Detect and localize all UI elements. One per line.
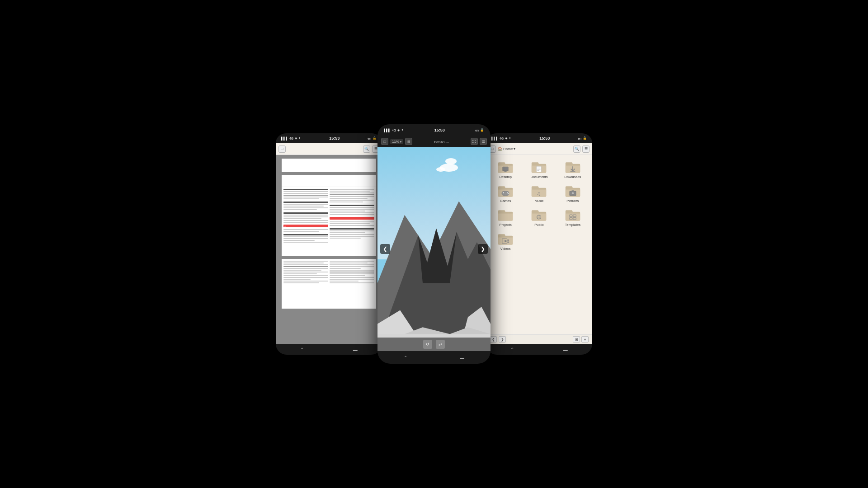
zoom-value: 11% <box>392 140 399 144</box>
folder-games[interactable]: Games <box>490 183 521 205</box>
center-bt-icon: ✦ <box>401 128 404 132</box>
folder-templates-label: Templates <box>565 223 580 227</box>
folder-public-label: Public <box>534 223 543 227</box>
folder-desktop-label: Desktop <box>499 175 512 179</box>
center-time: 15:53 <box>434 128 445 132</box>
folder-templates[interactable]: Templates <box>557 206 589 229</box>
lang-label-left: en <box>368 137 371 140</box>
fm-forward-btn[interactable]: ❯ <box>499 336 506 343</box>
folder-projects[interactable]: Projects <box>490 206 521 229</box>
folder-videos[interactable]: Videos <box>490 230 521 253</box>
svg-rect-24 <box>571 190 574 192</box>
left-search-btn[interactable]: 🔍 <box>363 145 370 153</box>
battery-icon-left: 🔒 <box>373 136 377 140</box>
center-back-btn[interactable]: ⌃ <box>404 355 407 360</box>
center-square-btn[interactable]: □ <box>381 138 388 145</box>
folder-documents-label: Documents <box>531 175 548 179</box>
folder-desktop[interactable]: Desktop <box>490 159 521 181</box>
right-back-btn[interactable]: ⌃ <box>510 347 514 352</box>
right-home-btn[interactable]: ▬ <box>563 347 568 352</box>
center-signal-icons: ▌▌▌ 4G ◈ ✦ <box>384 128 404 132</box>
right-signal-bars: ▌▌▌ <box>491 137 498 140</box>
signal-bars-icon: ▌▌▌ <box>281 137 288 140</box>
breadcrumb-dropdown-arrow[interactable]: ▾ <box>514 147 515 151</box>
pdf-page-2: ⚠ <box>282 175 376 256</box>
folder-pictures-label: Pictures <box>566 199 579 203</box>
left-status-bar: ▌▌▌ 4G ◈ ✦ 15:53 en 🔒 <box>276 133 382 143</box>
zoom-dropdown-arrow: ▾ <box>400 140 401 143</box>
folder-projects-label: Projects <box>500 223 512 227</box>
folder-pictures-icon <box>565 184 581 198</box>
pdf-warning-box: ⚠ <box>283 225 328 227</box>
center-viewer-toolbar: □ 11% ▾ ⊞ roman-... ⛶ ☰ <box>377 136 491 147</box>
folder-desktop-icon <box>497 160 514 174</box>
left-status-right: en 🔒 <box>368 136 377 140</box>
folder-projects-icon <box>497 208 514 222</box>
center-lock-icon: 🔒 <box>480 128 484 132</box>
center-network-icon: 4G <box>392 129 396 132</box>
fm-view-controls: ⊞ ▾ <box>573 336 589 343</box>
svg-rect-34 <box>508 239 509 241</box>
wifi-icon: ◈ <box>295 136 297 140</box>
rotate-btn[interactable]: ↺ <box>423 340 432 349</box>
image-prev-btn[interactable]: ❮ <box>380 244 390 254</box>
right-status-right: en 🔒 <box>578 136 587 140</box>
folder-documents[interactable]: Documents <box>523 159 555 181</box>
center-status-bar: ▌▌▌ 4G ◈ ✦ 15:53 en 🔒 <box>377 124 491 136</box>
center-wifi-icon: ◈ <box>397 128 400 132</box>
folder-pictures[interactable]: Pictures <box>557 183 589 205</box>
left-square-btn[interactable]: □ <box>278 145 286 153</box>
file-manager-content: Desktop <box>486 155 592 334</box>
phone-center: ▌▌▌ 4G ◈ ✦ 15:53 en 🔒 □ 11% ▾ ⊞ roman-..… <box>377 124 491 364</box>
fm-view-btn[interactable]: ⊞ <box>573 336 580 343</box>
folder-grid: Desktop <box>486 155 592 334</box>
zoom-display[interactable]: 11% ▾ <box>390 139 403 144</box>
folder-public[interactable]: Public <box>523 206 555 229</box>
mountain-svg <box>377 147 491 351</box>
image-viewer: ❮ ❯ ↺ ⇄ <box>377 147 491 351</box>
left-home-btn[interactable]: ▬ <box>353 347 358 352</box>
pdf-warning-box-2 <box>330 217 374 220</box>
folder-music-icon: ♫ <box>531 184 547 198</box>
center-fullscreen-btn[interactable]: ⛶ <box>471 138 478 145</box>
center-menu-btn[interactable]: ☰ <box>480 138 487 145</box>
flip-btn[interactable]: ⇄ <box>436 340 445 349</box>
center-menu-nav-btn[interactable]: ▬ <box>460 355 464 360</box>
right-lang: en <box>578 137 581 140</box>
right-search-btn[interactable]: 🔍 <box>573 145 580 153</box>
mountain-scene: ❮ ❯ ↺ ⇄ <box>377 147 491 351</box>
network-icon: 4G <box>289 137 293 140</box>
right-time: 15:53 <box>539 136 550 141</box>
folder-music[interactable]: ♫ Music <box>523 183 555 205</box>
phones-container: ▌▌▌ 4G ◈ ✦ 15:53 en 🔒 □ 🔍 ☰ <box>276 124 592 364</box>
right-toolbar: □ 🏠 Home ▾ 🔍 ☰ <box>486 143 592 155</box>
right-menu-btn[interactable]: ☰ <box>582 145 590 153</box>
center-grid-btn[interactable]: ⊞ <box>405 138 412 145</box>
svg-rect-7 <box>503 167 509 171</box>
svg-point-20 <box>508 193 509 194</box>
home-icon: 🏠 <box>498 147 502 151</box>
left-screen: □ 🔍 ☰ <box>276 143 382 344</box>
phone-left: ▌▌▌ 4G ◈ ✦ 15:53 en 🔒 □ 🔍 ☰ <box>276 133 382 355</box>
breadcrumb-label: Home <box>503 147 513 151</box>
center-lang: en <box>475 129 479 132</box>
breadcrumb-home[interactable]: 🏠 Home ▾ <box>498 147 515 151</box>
folder-downloads-label: Downloads <box>564 175 581 179</box>
left-back-btn[interactable]: ⌃ <box>300 347 304 352</box>
center-filename: roman-... <box>414 140 469 144</box>
svg-text:♫: ♫ <box>537 191 541 197</box>
fm-back-btn[interactable]: ❮ <box>490 336 497 343</box>
fm-sort-btn[interactable]: ▾ <box>581 336 589 343</box>
folder-downloads[interactable]: Downloads <box>557 159 589 181</box>
pdf-content-area: ⚠ <box>276 155 382 344</box>
svg-rect-35 <box>508 241 509 243</box>
left-time: 15:53 <box>329 136 340 141</box>
left-bottom-nav: ⌃ ▬ <box>276 344 382 355</box>
image-next-btn[interactable]: ❯ <box>478 244 488 254</box>
fm-status-bar: ❮ ❯ ⊞ ▾ <box>486 334 592 344</box>
right-network-icon: 4G <box>500 137 504 140</box>
right-wifi-icon: ◈ <box>505 136 507 140</box>
folder-games-icon <box>497 184 514 198</box>
right-lock-icon: 🔒 <box>583 136 587 140</box>
folder-videos-label: Videos <box>500 247 511 251</box>
